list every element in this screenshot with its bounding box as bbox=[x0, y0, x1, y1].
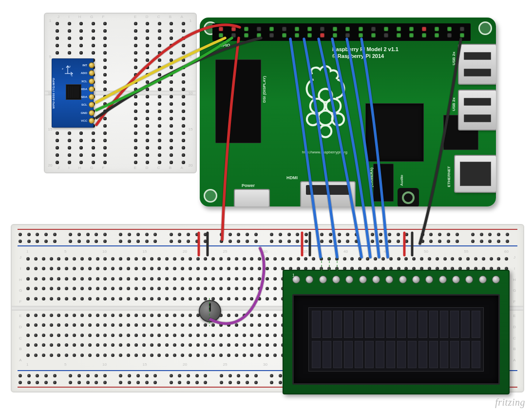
trim-potentiometer bbox=[199, 300, 221, 322]
usb-label: USB 2x bbox=[452, 52, 456, 65]
dsi-connector bbox=[215, 59, 261, 143]
usb-port-top bbox=[458, 44, 496, 85]
ethernet-port bbox=[454, 155, 496, 193]
board-title: Raspberry Pi Model 2 v1.1© Raspberry Pi … bbox=[332, 46, 399, 59]
lcd-bezel bbox=[292, 294, 500, 385]
mpu-pin-header: INTADOXCLXDASDASCLGNDVCC bbox=[88, 62, 95, 124]
usb-port-bottom bbox=[458, 90, 496, 131]
power-label: Power bbox=[242, 183, 255, 188]
svg-text:y: y bbox=[69, 65, 71, 68]
soc-chip-icon bbox=[365, 103, 424, 162]
gpio-header bbox=[212, 23, 471, 41]
raspberry-logo-icon bbox=[292, 64, 359, 145]
usb-label: USB 2x bbox=[452, 97, 456, 111]
raspberry-pi-board: GPIO Raspberry Pi Model 2 v1.1© Raspberr… bbox=[200, 18, 496, 206]
mount-hole-icon bbox=[204, 189, 217, 203]
svg-text:x: x bbox=[71, 74, 73, 77]
svg-point-8 bbox=[318, 111, 333, 125]
dsi-label: DSI (DISPLAY) bbox=[262, 76, 266, 103]
lcd-screen bbox=[308, 307, 484, 372]
lcd-16x2: 1 bbox=[283, 270, 510, 394]
mpu-side-label: MPU-6050 ITG/MPU bbox=[51, 64, 56, 122]
diagram-stage: { "watermark": "fritzing", "mpu": { "sid… bbox=[0, 0, 532, 411]
mpu6050-module: MPU-6050 ITG/MPU z y x INTADOXCLXDASDASC… bbox=[52, 58, 94, 128]
svg-point-9 bbox=[307, 113, 319, 125]
audio-jack bbox=[398, 188, 419, 206]
svg-point-10 bbox=[332, 113, 344, 125]
camera-connector bbox=[373, 164, 394, 202]
fritzing-watermark: fritzing bbox=[495, 397, 525, 408]
board-url: http://www.raspberrypi.org bbox=[302, 150, 347, 154]
audio-label: Audio bbox=[399, 175, 404, 186]
col-letters-top: JIHGF EDCBA bbox=[55, 15, 186, 20]
camera-label: (CAMERA) bbox=[369, 168, 374, 187]
svg-text:z: z bbox=[62, 67, 63, 70]
gpio-label: GPIO bbox=[219, 43, 230, 48]
mount-hole-icon bbox=[478, 21, 492, 35]
col-letters-bottom: JIHGF EDCBA bbox=[55, 166, 186, 171]
micro-usb-port bbox=[234, 189, 270, 206]
svg-point-7 bbox=[319, 89, 332, 102]
axis-icon: z y x bbox=[61, 64, 75, 77]
ethernet-label: ETHERNET bbox=[447, 166, 451, 187]
svg-point-11 bbox=[320, 125, 331, 137]
hdmi-port bbox=[300, 181, 356, 206]
hdmi-label: HDMI bbox=[286, 175, 298, 180]
row-nums-right: 15101520 bbox=[186, 14, 195, 172]
lcd-pin-pads bbox=[292, 276, 500, 286]
